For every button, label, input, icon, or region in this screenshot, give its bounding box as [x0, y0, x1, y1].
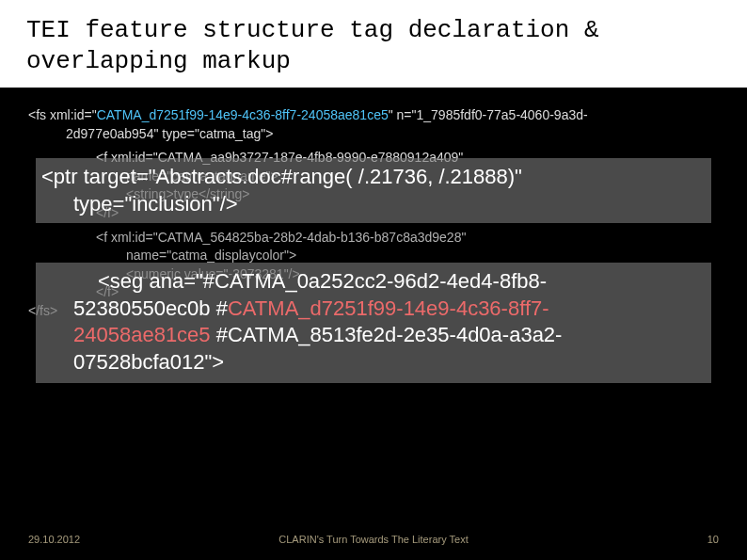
overlay-seg: <seg ana="#CATMA_0a252cc2-96d2-4ed4-8fb8…: [36, 263, 711, 383]
overlay-ptr: <ptr target="Abstracts.doc#range( /.2173…: [36, 158, 711, 223]
overlay-line: 52380550ec0b #CATMA_d7251f99-14e9-4c36-8…: [41, 296, 702, 323]
code-line: <f xml:id="CATMA_564825ba-28b2-4dab-b136…: [28, 229, 719, 248]
overlay-text: type="inclusion"/>: [41, 191, 702, 218]
overlay-line: 24058ae81ce5 #CATMA_8513fe2d-2e35-4d0a-a…: [41, 322, 702, 349]
slide: TEI feature structure tag declaration & …: [0, 0, 747, 560]
footer-date: 29.10.2012: [28, 534, 80, 545]
fs-open-suffix: " n="1_7985fdf0-77a5-4060-9a3d-: [389, 107, 588, 122]
overlay-line: <seg ana="#CATMA_0a252cc2-96d2-4ed4-8fb8…: [41, 268, 702, 296]
fs-id-highlight: CATMA_d7251f99-14e9-4c36-8ff7-24058ae81c…: [97, 107, 389, 122]
fs-open-prefix: <fs xml:id=": [28, 107, 97, 122]
slide-content: <fs xml:id="CATMA_d7251f99-14e9-4c36-8ff…: [0, 88, 747, 321]
catma-id-highlight: 24058ae81ce5: [73, 323, 211, 346]
slide-title: TEI feature structure tag declaration & …: [0, 0, 747, 88]
code-line: 2d977e0ab954" type="catma_tag">: [28, 125, 719, 144]
footer-page-number: 10: [707, 534, 719, 545]
slide-footer: 29.10.2012 CLARIN's Turn Towards The Lit…: [0, 534, 747, 545]
overlay-line: 07528bcfa012">: [41, 349, 702, 376]
catma-id-highlight: CATMA_d7251f99-14e9-4c36-8ff7-: [228, 296, 549, 320]
code-line: <fs xml:id="CATMA_d7251f99-14e9-4c36-8ff…: [28, 106, 719, 125]
footer-caption: CLARIN's Turn Towards The Literary Text: [278, 534, 468, 545]
overlay-text: <ptr target="Abstracts.doc#range( /.2173…: [41, 165, 522, 188]
